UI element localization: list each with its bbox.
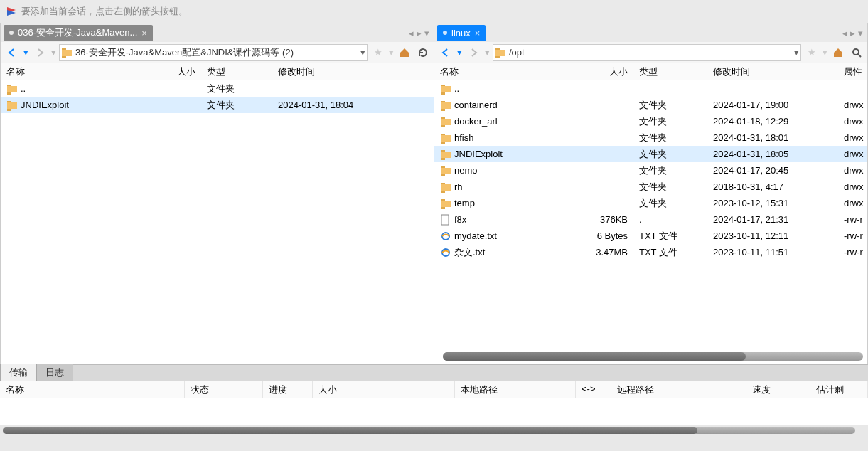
bookmark-button[interactable]: ★	[370, 45, 386, 60]
refresh-button[interactable]	[415, 45, 431, 60]
list-item[interactable]: JNDIExploit文件夹2024-01-31, 18:05drwx	[434, 146, 867, 162]
chevron-down-icon[interactable]: ▾	[794, 47, 799, 58]
file-type: 文件夹	[633, 162, 707, 179]
file-size: 376KB	[589, 212, 633, 227]
nav-forward-button[interactable]	[31, 44, 48, 61]
th-size[interactable]: 大小	[313, 381, 455, 398]
chevron-down-icon[interactable]: ▾	[457, 47, 462, 58]
list-item[interactable]: ..文件夹	[1, 80, 434, 97]
col-name[interactable]: 名称	[434, 63, 589, 80]
svg-point-10	[853, 49, 859, 55]
file-name: docker_arl	[454, 116, 498, 127]
chevron-down-icon[interactable]: ▾	[424, 28, 429, 38]
file-mod: 2023-10-11, 12:11	[707, 228, 838, 243]
col-size[interactable]: 大小	[589, 63, 633, 80]
file-mod: 2024-01-17, 19:00	[707, 97, 838, 112]
list-item[interactable]: ..	[434, 80, 867, 97]
file-type: 文件夹	[201, 97, 272, 114]
list-item[interactable]: JNDIExploit文件夹2024-01-31, 18:04	[1, 97, 434, 113]
th-eta[interactable]: 估计剩	[810, 381, 868, 398]
file-size	[589, 201, 633, 206]
th-local[interactable]: 本地路径	[455, 381, 576, 398]
file-name: f8x	[454, 214, 466, 225]
col-name[interactable]: 名称	[1, 63, 164, 80]
local-file-list[interactable]: ..文件夹JNDIExploit文件夹2024-01-31, 18:04	[1, 80, 434, 364]
home-button[interactable]	[397, 45, 412, 60]
local-tab[interactable]: 036-安全开发-Java&Maven... ×	[4, 25, 153, 41]
col-attr[interactable]: 属性	[838, 63, 868, 80]
file-name: ..	[454, 83, 459, 94]
th-speed[interactable]: 速度	[746, 381, 810, 398]
col-mod[interactable]: 修改时间	[707, 63, 838, 80]
local-path-text: 36-安全开发-Java&Maven配置&JNDI&课件源码等 (2)	[75, 46, 358, 59]
list-item[interactable]: hfish文件夹2024-01-31, 18:01drwx	[434, 129, 867, 146]
find-button[interactable]	[849, 45, 864, 60]
chevron-right-icon[interactable]: ▸	[850, 28, 855, 38]
file-type: TXT 文件	[633, 228, 707, 245]
tab-transfer[interactable]: 传输	[0, 364, 37, 381]
svg-rect-19	[441, 135, 451, 142]
file-attr: drwx	[838, 179, 867, 194]
file-name: mydate.txt	[454, 230, 497, 241]
nav-back-button[interactable]	[437, 44, 454, 61]
col-size[interactable]: 大小	[164, 63, 201, 80]
th-remote[interactable]: 远程路径	[611, 381, 746, 398]
local-navbar: ▾ ▾ 36-安全开发-Java&Maven配置&JNDI&课件源码等 (2) …	[1, 42, 434, 63]
nav-back-button[interactable]	[4, 44, 21, 61]
remote-path-input[interactable]: /opt ▾	[493, 44, 801, 61]
file-size	[589, 185, 633, 189]
chevron-down-icon[interactable]: ▾	[858, 28, 863, 38]
file-mod: 2024-01-31, 18:05	[707, 147, 838, 161]
file-name: temp	[454, 198, 475, 208]
file-attr: -rw-r	[838, 212, 867, 227]
col-mod[interactable]: 修改时间	[272, 63, 407, 80]
chevron-down-icon[interactable]: ▾	[485, 47, 490, 58]
chevron-down-icon[interactable]: ▾	[360, 47, 365, 58]
close-icon[interactable]: ×	[141, 28, 147, 38]
list-item[interactable]: rh文件夹2018-10-31, 4:17drwx	[434, 179, 867, 195]
bookmark-button[interactable]: ★	[804, 45, 820, 60]
file-size	[164, 103, 201, 107]
local-tab-label: 036-安全开发-Java&Maven...	[18, 26, 137, 39]
svg-rect-23	[441, 168, 451, 174]
chevron-left-icon[interactable]: ◂	[842, 28, 847, 38]
tab-scroll-arrows: ◂ ▸ ▾	[842, 23, 863, 42]
file-name: JNDIExploit	[454, 149, 503, 159]
th-dir[interactable]: <->	[576, 381, 611, 398]
chevron-down-icon[interactable]: ▾	[23, 47, 28, 58]
horizontal-scrollbar[interactable]	[0, 425, 868, 435]
file-type: 文件夹	[633, 179, 707, 196]
close-icon[interactable]: ×	[475, 28, 481, 38]
list-item[interactable]: containerd文件夹2024-01-17, 19:00drwx	[434, 97, 867, 113]
chevron-left-icon[interactable]: ◂	[409, 28, 414, 38]
list-item[interactable]: 杂文.txt3.47MBTXT 文件2023-10-11, 11:51-rw-r	[434, 244, 867, 260]
list-item[interactable]: mydate.txt6 BytesTXT 文件2023-10-11, 12:11…	[434, 228, 867, 244]
remote-file-list[interactable]: ..containerd文件夹2024-01-17, 19:00drwxdock…	[434, 80, 867, 364]
file-name: hfish	[454, 132, 473, 143]
file-size	[589, 103, 633, 107]
remote-tab[interactable]: linux ×	[437, 25, 486, 41]
list-item[interactable]: docker_arl文件夹2024-01-18, 12:29drwx	[434, 113, 867, 129]
col-type[interactable]: 类型	[633, 63, 707, 80]
file-attr: drwx	[838, 163, 867, 178]
list-item[interactable]: nemo文件夹2024-01-17, 20:45drwx	[434, 162, 867, 179]
col-type[interactable]: 类型	[201, 63, 272, 80]
transfer-list[interactable]	[0, 398, 868, 425]
chevron-right-icon[interactable]: ▸	[417, 28, 422, 38]
nav-forward-button[interactable]	[465, 44, 482, 61]
folder-icon	[495, 47, 506, 58]
file-attr: drwx	[838, 196, 867, 211]
local-path-input[interactable]: 36-安全开发-Java&Maven配置&JNDI&课件源码等 (2) ▾	[59, 44, 368, 61]
th-name[interactable]: 名称	[0, 381, 185, 398]
file-size	[589, 152, 633, 156]
list-item[interactable]: temp文件夹2023-10-12, 15:31drwx	[434, 195, 867, 211]
file-mod: 2024-01-17, 20:45	[707, 163, 838, 178]
th-progress[interactable]: 进度	[263, 381, 313, 398]
tab-log[interactable]: 日志	[36, 364, 73, 381]
chevron-down-icon[interactable]: ▾	[51, 47, 56, 58]
th-status[interactable]: 状态	[185, 381, 263, 398]
list-item[interactable]: f8x376KB.2024-01-17, 21:31-rw-r	[434, 211, 867, 228]
file-mod: 2024-01-31, 18:04	[272, 97, 407, 112]
home-button[interactable]	[830, 45, 846, 60]
file-mod: 2024-01-31, 18:01	[707, 130, 838, 145]
